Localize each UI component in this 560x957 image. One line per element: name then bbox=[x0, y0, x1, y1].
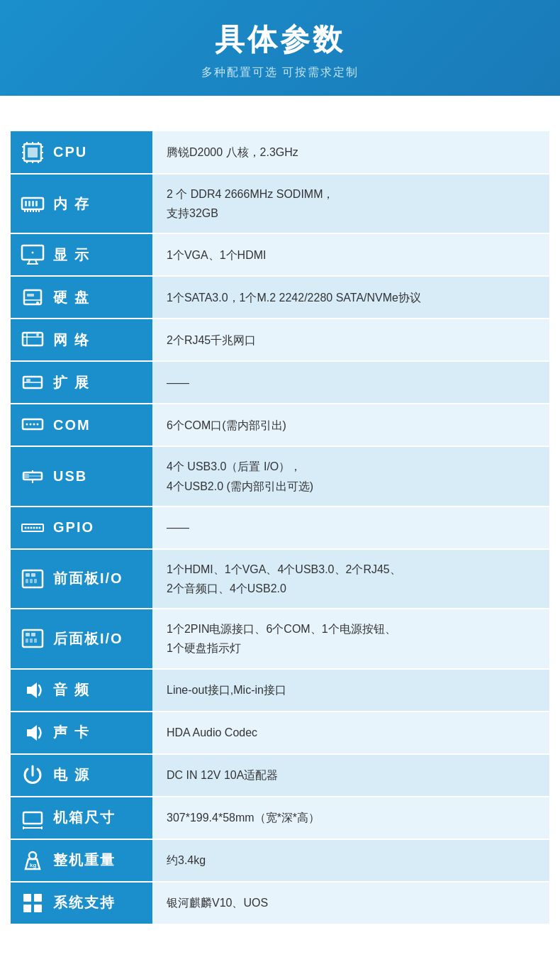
svg-rect-79 bbox=[34, 905, 42, 912]
expand-label: 扩 展 bbox=[53, 373, 90, 392]
svg-point-54 bbox=[30, 526, 33, 529]
svg-rect-58 bbox=[23, 570, 43, 587]
svg-rect-69 bbox=[34, 638, 37, 643]
usb-icon bbox=[18, 462, 47, 492]
label-expand: 扩 展 bbox=[11, 361, 152, 404]
svg-rect-67 bbox=[26, 638, 28, 643]
weight-icon: kg bbox=[18, 846, 47, 875]
svg-rect-63 bbox=[34, 579, 37, 583]
size-icon bbox=[18, 803, 47, 833]
display-label: 显 示 bbox=[53, 245, 90, 265]
label-network: 网 络 bbox=[11, 319, 152, 361]
svg-rect-1 bbox=[28, 148, 38, 157]
svg-point-52 bbox=[25, 526, 27, 529]
svg-point-44 bbox=[33, 424, 35, 426]
value-network: 2个RJ45千兆网口 bbox=[152, 319, 549, 361]
usb-label: USB bbox=[53, 468, 87, 485]
label-memory: 内 存 bbox=[11, 174, 152, 233]
label-soundcard: 声 卡 bbox=[11, 712, 152, 754]
front-io-icon bbox=[18, 564, 47, 594]
os-icon bbox=[18, 888, 47, 918]
svg-point-32 bbox=[36, 302, 39, 304]
label-rear-io: 后面板I/O bbox=[11, 609, 152, 668]
svg-rect-76 bbox=[23, 894, 31, 902]
svg-point-57 bbox=[39, 526, 41, 529]
value-display: 1个VGA、1个HDMI bbox=[152, 233, 549, 276]
memory-label: 内 存 bbox=[53, 194, 90, 214]
svg-rect-61 bbox=[26, 579, 28, 583]
value-rear-io: 1个2PIN电源接口、6个COM、1个电源按钮、1个硬盘指示灯 bbox=[152, 609, 549, 668]
os-label: 系统支持 bbox=[53, 893, 116, 912]
svg-rect-40 bbox=[26, 379, 30, 382]
label-usb: USB bbox=[11, 446, 152, 506]
value-com: 6个COM口(需内部引出) bbox=[152, 404, 549, 446]
soundcard-icon bbox=[18, 718, 47, 748]
value-audio: Line-out接口,Mic-in接口 bbox=[152, 669, 549, 712]
power-icon bbox=[18, 760, 47, 790]
audio-icon bbox=[18, 675, 47, 705]
value-usb: 4个 USB3.0（后置 I/O），4个USB2.0 (需内部引出可选) bbox=[152, 446, 549, 506]
value-soundcard: HDA Audio Codec bbox=[152, 712, 549, 754]
label-weight: kg整机重量 bbox=[11, 839, 152, 882]
memory-icon bbox=[18, 189, 47, 218]
value-front-io: 1个HDMI、1个VGA、4个USB3.0、2个RJ45、2个音频口、4个USB… bbox=[152, 549, 549, 609]
display-icon bbox=[18, 240, 47, 270]
size-label: 机箱尺寸 bbox=[53, 808, 116, 827]
specs-table: CPU腾锐D2000 八核，2.3GHz内 存2 个 DDR4 2666MHz … bbox=[11, 131, 549, 925]
svg-rect-68 bbox=[30, 638, 33, 643]
com-label: COM bbox=[53, 417, 91, 433]
svg-rect-47 bbox=[23, 474, 29, 478]
svg-rect-70 bbox=[23, 812, 42, 824]
svg-point-45 bbox=[37, 424, 39, 426]
label-power: 电 源 bbox=[11, 754, 152, 797]
svg-rect-77 bbox=[34, 894, 42, 902]
svg-point-55 bbox=[33, 526, 35, 529]
power-label: 电 源 bbox=[53, 765, 90, 785]
disk-icon bbox=[18, 282, 47, 312]
svg-point-53 bbox=[28, 526, 30, 529]
svg-rect-64 bbox=[23, 630, 43, 647]
soundcard-label: 声 卡 bbox=[53, 723, 90, 742]
gpio-icon bbox=[18, 513, 47, 543]
svg-rect-78 bbox=[23, 905, 31, 912]
label-cpu: CPU bbox=[11, 131, 152, 174]
svg-point-43 bbox=[30, 424, 32, 426]
value-memory: 2 个 DDR4 2666MHz SODIMM，支持32GB bbox=[152, 174, 549, 233]
svg-rect-66 bbox=[31, 633, 35, 636]
svg-text:kg: kg bbox=[30, 862, 36, 868]
network-label: 网 络 bbox=[53, 331, 90, 350]
svg-rect-65 bbox=[26, 633, 30, 636]
expand-icon bbox=[18, 367, 47, 397]
svg-rect-16 bbox=[28, 201, 30, 206]
label-disk: 硬 盘 bbox=[11, 276, 152, 319]
value-power: DC IN 12V 10A适配器 bbox=[152, 754, 549, 797]
label-gpio: GPIO bbox=[11, 507, 152, 549]
cpu-icon bbox=[18, 138, 47, 167]
svg-rect-34 bbox=[23, 333, 43, 345]
svg-rect-59 bbox=[26, 573, 30, 577]
value-cpu: 腾锐D2000 八核，2.3GHz bbox=[152, 131, 549, 174]
value-expand: —— bbox=[152, 361, 549, 404]
audio-label: 音 频 bbox=[53, 680, 90, 699]
value-gpio: —— bbox=[152, 507, 549, 549]
svg-rect-33 bbox=[27, 294, 34, 297]
svg-rect-17 bbox=[32, 201, 34, 206]
svg-rect-62 bbox=[30, 579, 33, 583]
value-size: 307*199.4*58mm（宽*深*高） bbox=[152, 797, 549, 839]
svg-rect-60 bbox=[31, 573, 35, 577]
label-display: 显 示 bbox=[11, 233, 152, 276]
value-weight: 约3.4kg bbox=[152, 839, 549, 882]
label-front-io: 前面板I/O bbox=[11, 549, 152, 609]
svg-rect-15 bbox=[25, 201, 27, 206]
value-disk: 1个SATA3.0，1个M.2 2242/2280 SATA/NVMe协议 bbox=[152, 276, 549, 319]
svg-rect-18 bbox=[35, 201, 38, 206]
svg-point-29 bbox=[32, 252, 34, 254]
rear-io-icon bbox=[18, 624, 47, 653]
svg-point-56 bbox=[36, 526, 38, 529]
weight-label: 整机重量 bbox=[53, 851, 116, 870]
svg-point-74 bbox=[29, 852, 36, 859]
cpu-label: CPU bbox=[53, 144, 87, 160]
page-subtitle: 多种配置可选 可按需求定制 bbox=[14, 65, 546, 80]
value-os: 银河麒麟V10、UOS bbox=[152, 882, 549, 924]
disk-label: 硬 盘 bbox=[53, 288, 90, 307]
